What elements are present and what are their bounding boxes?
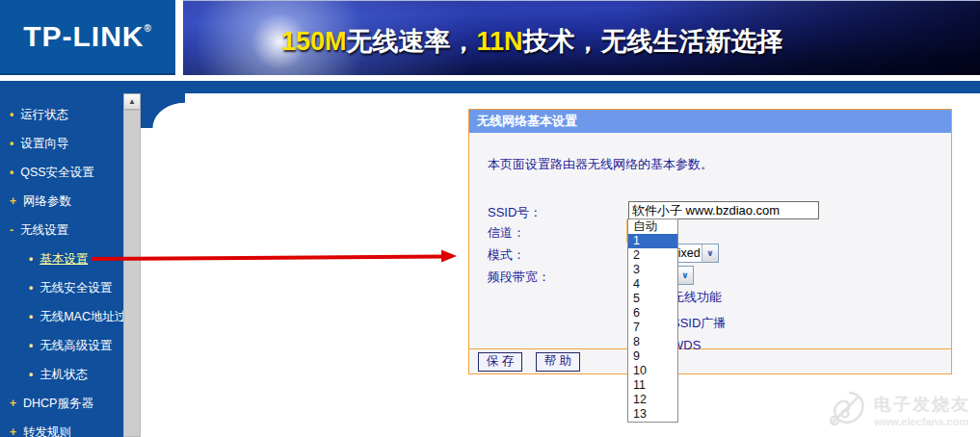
channel-option-12[interactable]: 12 bbox=[628, 393, 677, 407]
chevron-down-icon[interactable]: ∨ bbox=[676, 267, 693, 284]
sidebar-item-label: 无线安全设置 bbox=[40, 281, 112, 295]
sidebar-item-0[interactable]: •运行状态 bbox=[0, 100, 123, 129]
sidebar-item-label: 无线设置 bbox=[20, 223, 68, 237]
sidebar-item-label: 网络参数 bbox=[23, 194, 71, 208]
sidebar-item-4[interactable]: -无线设置 bbox=[0, 216, 123, 244]
registered-mark: ® bbox=[144, 23, 151, 34]
chevron-down-icon[interactable]: ∨ bbox=[702, 244, 718, 262]
channel-option-5[interactable]: 5 bbox=[628, 292, 677, 306]
save-button[interactable]: 保 存 bbox=[478, 352, 522, 372]
sidebar-item-6[interactable]: •无线安全设置 bbox=[0, 273, 123, 302]
sidebar-item-8[interactable]: •无线高级设置 bbox=[0, 331, 123, 360]
banner-speed: 150M bbox=[281, 27, 347, 56]
content-corner-curve bbox=[141, 93, 185, 128]
bullet-icon: • bbox=[29, 339, 33, 352]
bullet-icon: - bbox=[10, 223, 13, 237]
tplink-logo: TP-LINK® bbox=[0, 0, 175, 75]
elecfans-logo-icon bbox=[826, 389, 868, 431]
bullet-icon: • bbox=[29, 368, 33, 381]
sidebar-item-label: QSS安全设置 bbox=[20, 166, 93, 179]
watermark-url: www.elecfans.com bbox=[874, 416, 970, 427]
bullet-icon: • bbox=[10, 166, 13, 179]
top-blue-band bbox=[0, 81, 980, 93]
sidebar-item-label: 运行状态 bbox=[20, 108, 68, 121]
banner-seg2: 无线速率， bbox=[347, 27, 477, 56]
channel-option-9[interactable]: 9 bbox=[628, 349, 677, 364]
panel-button-row: 保 存 帮 助 bbox=[469, 348, 951, 373]
ssid-input[interactable] bbox=[628, 201, 819, 219]
bullet-icon: + bbox=[10, 397, 16, 410]
channel-option-8[interactable]: 8 bbox=[628, 335, 677, 349]
channel-option-6[interactable]: 6 bbox=[628, 306, 677, 321]
red-annotation-arrow bbox=[87, 245, 463, 269]
banner-seg4: 技术，无线生活新选择 bbox=[523, 27, 783, 56]
sidebar-item-2[interactable]: •QSS安全设置 bbox=[0, 158, 123, 187]
sidebar-item-label: 基本设置 bbox=[40, 252, 88, 266]
watermark-title: 电子发烧友 bbox=[874, 393, 970, 416]
channel-option-自动[interactable]: 自动 bbox=[628, 219, 677, 234]
panel-intro-text: 本页面设置路由器无线网络的基本参数。 bbox=[488, 156, 713, 173]
channel-option-4[interactable]: 4 bbox=[628, 277, 677, 292]
elecfans-watermark-text: 电子发烧友 www.elecfans.com bbox=[874, 393, 970, 427]
sidebar-item-label: DHCP服务器 bbox=[23, 397, 93, 410]
panel-title: 无线网络基本设置 bbox=[469, 110, 951, 133]
sidebar-menu-list: •运行状态•设置向导•QSS安全设置+网络参数-无线设置•基本设置•无线安全设置… bbox=[0, 100, 123, 437]
bullet-icon: • bbox=[29, 252, 33, 266]
band-label: 频段带宽： bbox=[488, 269, 550, 286]
bullet-icon: • bbox=[29, 310, 33, 323]
channel-dropdown-list: 自动12345678910111213 bbox=[627, 218, 678, 423]
sidebar-item-11[interactable]: +转发规则 bbox=[0, 418, 123, 437]
wireless-settings-panel: 无线网络基本设置 本页面设置路由器无线网络的基本参数。 SSID号： 信道： 模… bbox=[468, 109, 952, 374]
scrollbar-thumb[interactable] bbox=[123, 110, 141, 437]
bullet-icon: + bbox=[10, 425, 16, 437]
sidebar-item-10[interactable]: +DHCP服务器 bbox=[0, 389, 123, 418]
sidebar-item-9[interactable]: •主机状态 bbox=[0, 360, 123, 389]
ssid-label: SSID号： bbox=[488, 204, 542, 221]
sidebar-item-7[interactable]: •无线MAC地址过滤 bbox=[0, 302, 123, 331]
channel-label: 信道： bbox=[488, 224, 525, 242]
sidebar-item-label: 主机状态 bbox=[40, 368, 88, 381]
sidebar-item-label: 转发规则 bbox=[23, 425, 71, 437]
bullet-icon: • bbox=[10, 108, 13, 121]
help-button[interactable]: 帮 助 bbox=[536, 352, 580, 372]
channel-option-10[interactable]: 10 bbox=[628, 364, 677, 378]
sidebar-item-label: 无线MAC地址过滤 bbox=[40, 310, 123, 323]
bullet-icon: • bbox=[10, 137, 13, 150]
channel-option-7[interactable]: 7 bbox=[628, 321, 677, 335]
scrollbar-up-icon[interactable]: ▲ bbox=[123, 93, 141, 110]
channel-option-13[interactable]: 13 bbox=[628, 407, 677, 422]
sidebar-item-label: 无线高级设置 bbox=[40, 339, 112, 352]
channel-option-2[interactable]: 2 bbox=[628, 248, 677, 263]
channel-option-11[interactable]: 11 bbox=[628, 378, 677, 393]
channel-option-3[interactable]: 3 bbox=[628, 263, 677, 277]
sidebar-item-label: 设置向导 bbox=[20, 137, 68, 150]
banner-tech: 11N bbox=[477, 27, 523, 56]
sidebar-item-3[interactable]: +网络参数 bbox=[0, 187, 123, 216]
sidebar-item-1[interactable]: •设置向导 bbox=[0, 129, 123, 158]
channel-option-1[interactable]: 1 bbox=[628, 234, 677, 248]
promo-banner-text: 150M无线速率，11N技术，无线生活新选择 bbox=[281, 24, 783, 59]
elecfans-watermark: 电子发烧友 www.elecfans.com bbox=[826, 389, 970, 431]
tplink-logo-text: TP-LINK® bbox=[23, 20, 152, 53]
mode-label: 模式： bbox=[488, 246, 525, 264]
panel-body: 本页面设置路由器无线网络的基本参数。 SSID号： 信道： 模式： 频段带宽： … bbox=[469, 133, 951, 348]
bullet-icon: • bbox=[29, 281, 33, 295]
promo-banner: 150M无线速率，11N技术，无线生活新选择 bbox=[183, 0, 980, 75]
bullet-icon: + bbox=[10, 194, 16, 208]
